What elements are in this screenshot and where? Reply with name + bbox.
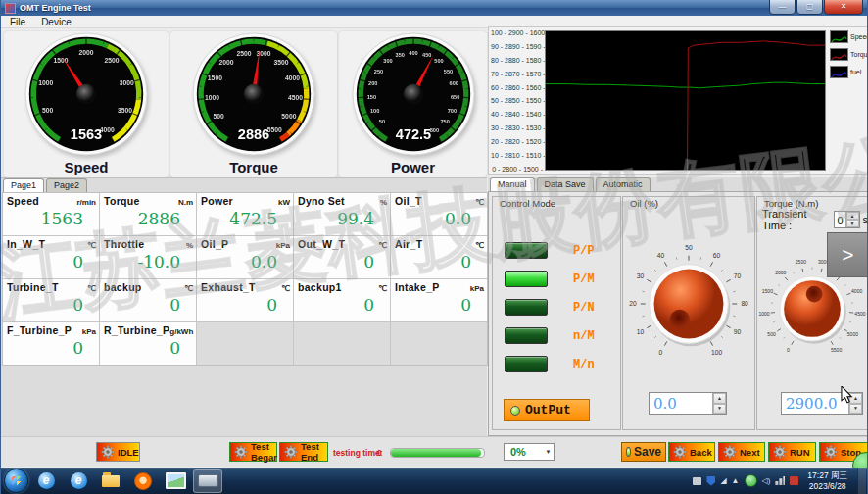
transient-spin-down[interactable]: ▼ xyxy=(846,220,859,227)
measurement-value: 0 xyxy=(7,338,96,358)
svg-text:4500: 4500 xyxy=(288,94,303,101)
taskbar-engine-test-app-icon[interactable] xyxy=(193,469,222,493)
tray-network-icon[interactable] xyxy=(775,476,785,485)
measurement-value: 2886 xyxy=(104,209,193,228)
show-desktop-button[interactable] xyxy=(857,468,866,494)
svg-text:90: 90 xyxy=(734,328,742,335)
torque-spin-down[interactable]: ▼ xyxy=(849,404,862,415)
svg-text:0: 0 xyxy=(659,349,663,356)
taskbar-ie-icon[interactable]: e xyxy=(31,469,61,493)
panel-next-arrow-button[interactable]: > xyxy=(827,232,868,277)
save-button[interactable]: Save xyxy=(621,442,666,462)
tray-antivirus-icon[interactable] xyxy=(745,474,757,487)
measurement-unit: % xyxy=(186,241,193,250)
mode-led-P-P[interactable] xyxy=(505,242,548,259)
svg-text:2500: 2500 xyxy=(796,259,806,265)
svg-text:700: 700 xyxy=(447,108,456,114)
svg-text:1000: 1000 xyxy=(758,311,769,317)
control-panel: Manual Data Save Automatic Control Mode … xyxy=(488,177,868,436)
measurement-name: Speed xyxy=(7,195,39,207)
measurement-unit: ℃ xyxy=(281,284,290,293)
test-end-button[interactable]: Test End xyxy=(279,442,328,462)
mode-row-P-M: P/M xyxy=(505,271,616,287)
measurement-unit: ℃ xyxy=(378,284,387,293)
taskbar-ie2-icon[interactable]: e xyxy=(64,469,93,493)
title-bar[interactable]: OMT Engine Test — ▢ ✕ xyxy=(1,0,867,16)
menu-file[interactable]: File xyxy=(10,17,25,27)
oil-spin-up[interactable]: ▲ xyxy=(713,393,726,404)
measurement-value: 1563 xyxy=(7,209,96,228)
gear-icon xyxy=(723,445,737,459)
svg-text:500: 500 xyxy=(213,113,224,120)
measurement-unit: ℃ xyxy=(87,241,96,250)
svg-text:1500: 1500 xyxy=(208,74,222,81)
measurement-cell-intake_p: Intake_PkPa0 xyxy=(391,279,487,321)
menu-device[interactable]: Device xyxy=(41,17,72,27)
maximize-button[interactable]: ▢ xyxy=(796,0,823,15)
minimize-button[interactable]: — xyxy=(769,0,796,15)
gear-icon xyxy=(773,445,787,459)
tab-automatic[interactable]: Automatic xyxy=(596,177,651,191)
measurement-unit: ℃ xyxy=(475,241,484,250)
legend-label: Speed xyxy=(850,33,868,40)
measurements-grid: Speedr/min1563TorqueN.m2886PowerkW472.5D… xyxy=(2,192,488,366)
oil-knob[interactable]: 0102030405060708090100 xyxy=(625,240,752,371)
oil-setpoint-spinbox[interactable]: 0.0 ▲ ▼ xyxy=(649,392,727,415)
tray-signal-icon[interactable]: ◢ xyxy=(720,477,726,485)
measurement-value: 99.4 xyxy=(298,209,387,228)
tray-security-shield-icon[interactable] xyxy=(706,476,715,486)
tab-manual[interactable]: Manual xyxy=(490,177,535,191)
tray-volume-icon[interactable]: ◁) xyxy=(762,477,771,485)
speed-gauge-label: Speed xyxy=(64,159,108,175)
chart-y-tick-label: 40 - 2840 - 1540 - xyxy=(491,111,543,118)
svg-text:50: 50 xyxy=(685,244,693,251)
svg-text:400: 400 xyxy=(409,50,417,56)
next-button[interactable]: Next xyxy=(718,442,765,462)
save-led-icon xyxy=(626,447,631,457)
taskbar-clock[interactable]: 17:27 周三 2023/6/28 xyxy=(807,470,847,491)
start-button[interactable] xyxy=(4,469,28,493)
output-button[interactable]: OutPut xyxy=(504,399,590,421)
measurement-value: 0 xyxy=(201,295,290,315)
trend-chart-panel: 100 - 2900 - 1600 -90 - 2890 - 1590 -80 … xyxy=(488,26,868,175)
measurement-name: backup xyxy=(104,281,142,293)
transient-time-spinbox[interactable]: 0 ▲ ▼ xyxy=(834,211,860,228)
svg-text:40: 40 xyxy=(657,252,665,259)
gear-icon xyxy=(824,445,838,459)
svg-text:200: 200 xyxy=(368,80,377,86)
svg-text:472.5: 472.5 xyxy=(395,126,430,142)
tray-show-hidden-icons-chevron[interactable]: ▲ xyxy=(732,477,740,485)
back-button[interactable]: Back xyxy=(668,442,715,462)
oil-group-title: Oil (%) xyxy=(628,198,660,209)
gear-icon xyxy=(234,445,248,459)
measurement-cell-f_turbine_p: F_Turbine_PkPa0 xyxy=(3,322,99,365)
measurement-unit: % xyxy=(380,198,387,207)
chart-y-tick-label: 90 - 2890 - 1590 - xyxy=(491,43,543,50)
empty-cell xyxy=(197,322,293,365)
mode-led-P-N[interactable] xyxy=(505,299,548,316)
svg-text:3500: 3500 xyxy=(118,107,132,114)
svg-text:1563: 1563 xyxy=(71,126,102,142)
mode-led-M-n[interactable] xyxy=(505,356,548,372)
measurement-name: Oil_P xyxy=(201,238,228,250)
idle-button[interactable]: IDLE xyxy=(96,442,140,462)
run-button[interactable]: RUN xyxy=(768,442,816,462)
power-gauge-panel: 5010015020025030035040045050055060065070… xyxy=(338,30,488,178)
taskbar-photo-viewer-icon[interactable] xyxy=(161,469,190,493)
transient-spin-up[interactable]: ▲ xyxy=(846,212,859,220)
tab-page2[interactable]: Page2 xyxy=(46,178,87,192)
percent-combobox[interactable]: 0% ▼ xyxy=(504,443,555,461)
close-button[interactable]: ✕ xyxy=(824,0,863,15)
mode-led-P-M[interactable] xyxy=(505,271,548,287)
taskbar-explorer-icon[interactable] xyxy=(96,469,125,493)
oil-spin-down[interactable]: ▼ xyxy=(713,404,726,415)
measurement-name: backup1 xyxy=(298,281,342,293)
tab-page1[interactable]: Page1 xyxy=(3,178,44,192)
mode-led-n-M[interactable] xyxy=(505,327,548,344)
tray-device-icon[interactable] xyxy=(693,477,701,485)
tray-usb-icon[interactable] xyxy=(790,476,798,485)
taskbar-media-player-icon[interactable] xyxy=(128,469,158,493)
system-tray: ◢ ▲ ◁) 17:27 周三 2023/6/28 xyxy=(693,468,868,494)
tab-data-save[interactable]: Data Save xyxy=(537,177,594,191)
test-begin-button[interactable]: Test Begar xyxy=(229,442,277,462)
